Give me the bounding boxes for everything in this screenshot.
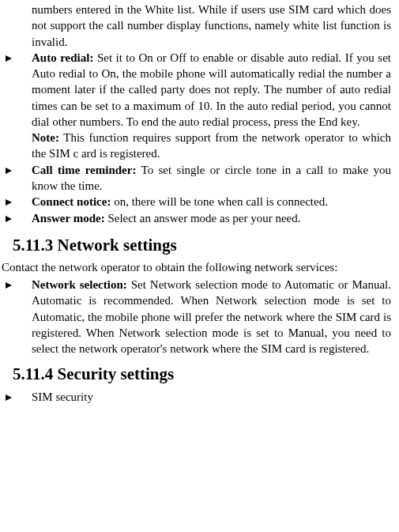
continued-text: numbers entered in the White list. While… <box>32 2 391 50</box>
bullet-call-time: Call time reminder: To set single or cir… <box>2 162 391 194</box>
white-list-continued: numbers entered in the White list. While… <box>32 3 391 48</box>
triangle-bullet-icon <box>2 50 32 130</box>
network-intro: Contact the network operator to obtain t… <box>2 259 391 275</box>
triangle-bullet-icon <box>2 210 32 227</box>
heading-security-settings: 5.11.4 Security settings <box>13 363 391 385</box>
answer-mode-content: Answer mode: Select an answer mode as pe… <box>32 210 391 227</box>
bullet-sim-security: SIM security <box>2 389 391 406</box>
triangle-bullet-icon <box>2 389 32 406</box>
call-time-label: Call time reminder: <box>32 164 136 176</box>
bullet-network-selection: Network selection: Set Network selection… <box>2 277 391 357</box>
connect-notice-text: on, there will be tone when call is conn… <box>111 195 328 208</box>
triangle-bullet-icon <box>2 277 32 357</box>
triangle-bullet-icon <box>2 194 32 210</box>
sim-security-content: SIM security <box>32 389 391 406</box>
note-text: This function requires support from the … <box>32 131 391 160</box>
answer-mode-label: Answer mode: <box>32 212 105 224</box>
note-block: Note: This function requires support fro… <box>32 130 391 162</box>
note-label: Note: <box>32 131 59 144</box>
call-time-content: Call time reminder: To set single or cir… <box>32 162 391 194</box>
auto-redial-content: Auto redial: Set it to On or Off to enab… <box>32 50 391 130</box>
connect-notice-label: Connect notice: <box>32 195 111 208</box>
auto-redial-label: Auto redial: <box>32 51 93 64</box>
connect-notice-content: Connect notice: on, there will be tone w… <box>32 194 391 210</box>
heading-network-settings: 5.11.3 Network settings <box>13 234 391 256</box>
network-selection-label: Network selection: <box>32 278 127 291</box>
triangle-bullet-icon <box>2 162 32 194</box>
bullet-connect-notice: Connect notice: on, there will be tone w… <box>2 194 391 210</box>
network-selection-content: Network selection: Set Network selection… <box>32 277 391 357</box>
bullet-auto-redial: Auto redial: Set it to On or Off to enab… <box>2 50 391 130</box>
answer-mode-text: Select an answer mode as per your need. <box>105 212 301 224</box>
bullet-answer-mode: Answer mode: Select an answer mode as pe… <box>2 210 391 227</box>
sim-security-text: SIM security <box>32 391 93 403</box>
